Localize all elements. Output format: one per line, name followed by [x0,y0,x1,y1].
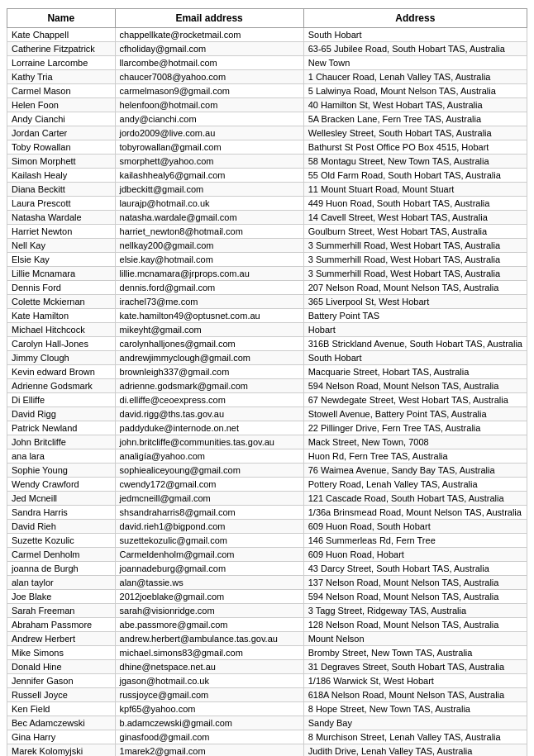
cell-row0-col1: chappellkate@rocketmail.com [115,28,303,42]
cell-row37-col2: 609 Huon Road, Hobart [303,548,527,562]
table-row: Sophie Youngsophiealiceyoung@gmail.com76… [7,464,527,478]
cell-row21-col0: Michael Hitchcock [7,323,116,337]
cell-row6-col0: Andy Cianchi [7,112,116,126]
table-row: Andrew Herbertandrew.herbert@ambulance.t… [7,632,527,646]
cell-row38-col0: joanna de Burgh [7,562,116,576]
cell-row33-col0: Jed Mcneill [7,492,116,506]
cell-row46-col1: jgason@hotmail.co.uk [115,674,303,688]
cell-row42-col1: abe.passmore@gmail.com [115,618,303,632]
cell-row49-col2: Sandy Bay [303,716,527,730]
cell-row44-col2: Bromby Street, New Town TAS, Australia [303,646,527,660]
table-row: Harriet Newtonharriet_newton8@hotmail.co… [7,225,527,239]
cell-row5-col0: Helen Foon [7,98,116,112]
table-row: David Riehdavid.rieh1@bigpond.com609 Huo… [7,520,527,534]
cell-row19-col2: 365 Liverpool St, West Hobart [303,295,527,309]
table-row: Gina Harryginasfood@gmail.com8 Murchison… [7,730,527,744]
cell-row32-col1: cwendy172@gmail.com [115,478,303,492]
cell-row4-col0: Carmel Mason [7,84,116,98]
cell-row20-col0: Kate Hamilton [7,309,116,323]
table-row: Sarah Freemansarah@visionridge.com3 Tagg… [7,604,527,618]
cell-row10-col2: 55 Old Farm Road, South Hobart TAS, Aust… [303,169,527,183]
cell-row19-col0: Colette Mckiernan [7,295,116,309]
cell-row43-col0: Andrew Herbert [7,632,116,646]
cell-row48-col0: Ken Field [7,702,116,716]
main-container: Name Email address Address Kate Chappell… [0,0,534,756]
table-row: Laura Prescottlaurajp@hotmail.co.uk449 H… [7,197,527,211]
cell-row4-col1: carmelmason9@gmail.com [115,84,303,98]
cell-row38-col1: joannadeburg@gmail.com [115,562,303,576]
cell-row27-col1: david.rigg@ths.tas.gov.au [115,407,303,421]
table-row: John Britcliffejohn.britcliffe@communiti… [7,435,527,449]
cell-row17-col0: Lillie Mcnamara [7,267,116,281]
cell-row35-col1: david.rieh1@bigpond.com [115,520,303,534]
cell-row5-col1: helenfoon@hotmail.com [115,98,303,112]
table-row: Joe Blake2012joeblake@gmail.com594 Nelso… [7,590,527,604]
cell-row19-col1: irachel73@me.com [115,295,303,309]
cell-row8-col1: tobyrowallan@gmail.com [115,140,303,155]
cell-row50-col0: Gina Harry [7,730,116,744]
table-row: Colette Mckiernanirachel73@me.com365 Liv… [7,295,527,309]
cell-row8-col2: Bathurst St Post Office PO Box 4515, Hob… [303,140,527,155]
cell-row0-col2: South Hobart [303,28,527,42]
cell-row11-col0: Diana Beckitt [7,183,116,197]
cell-row13-col1: natasha.wardale@gmail.com [115,211,303,225]
cell-row31-col1: sophiealiceyoung@gmail.com [115,464,303,478]
cell-row47-col1: russjoyce@gmail.com [115,688,303,702]
cell-row40-col0: Joe Blake [7,590,116,604]
cell-row38-col2: 43 Darcy Street, South Hobart TAS, Austr… [303,562,527,576]
cell-row17-col1: lillie.mcnamara@jrprops.com.au [115,267,303,281]
cell-row16-col2: 3 Summerhill Road, West Hobart TAS, Aust… [303,253,527,267]
cell-row45-col1: dhine@netspace.net.au [115,660,303,674]
cell-row10-col0: Kailash Healy [7,169,116,183]
cell-row23-col1: andrewjimmyclough@gmail.com [115,351,303,365]
cell-row7-col2: Wellesley Street, South Hobart TAS, Aust… [303,126,527,140]
table-row: joanna de Burghjoannadeburg@gmail.com43 … [7,562,527,576]
cell-row45-col0: Donald Hine [7,660,116,674]
cell-row41-col1: sarah@visionridge.com [115,604,303,618]
table-row: Dennis Forddennis.ford@gmail.com207 Nels… [7,281,527,295]
cell-row37-col1: Carmeldenholm@gmail.com [115,548,303,562]
cell-row18-col0: Dennis Ford [7,281,116,295]
cell-row15-col0: Nell Kay [7,239,116,253]
cell-row39-col1: alan@tassie.ws [115,576,303,590]
cell-row50-col2: 8 Murchison Street, Lenah Valley TAS, Au… [303,730,527,744]
table-row: Elsie Kayelsie.kay@hotmail.com3 Summerhi… [7,253,527,267]
table-row: Bec Adamczewskib.adamczewski@gmail.comSa… [7,716,527,730]
cell-row26-col0: Di Elliffe [7,393,116,407]
cell-row22-col2: 316B Strickland Avenue, South Hobart TAS… [303,337,527,351]
table-row: Wendy Crawfordcwendy172@gmail.comPottery… [7,478,527,492]
cell-row41-col2: 3 Tagg Street, Ridgeway TAS, Australia [303,604,527,618]
cell-row34-col2: 1/36a Brinsmead Road, Mount Nelson TAS, … [303,506,527,520]
table-row: Michael Hitchcockmikeyht@gmail.comHobart [7,323,527,337]
cell-row44-col0: Mike Simons [7,646,116,660]
cell-row1-col2: 63-65 Jubilee Road, South Hobart TAS, Au… [303,42,527,56]
cell-row27-col0: David Rigg [7,407,116,421]
cell-row24-col0: Kevin edward Brown [7,365,116,379]
cell-row3-col1: chaucer7008@yahoo.com [115,70,303,84]
table-row: Toby Rowallantobyrowallan@gmail.comBathu… [7,140,527,155]
table-row: Patrick Newlandpaddyduke@internode.on.ne… [7,421,527,435]
table-row: Marek Kolomyjski1marek2@gmail.comJudith … [7,744,527,757]
table-row: Nell Kaynellkay200@gmail.com3 Summerhill… [7,239,527,253]
cell-row21-col2: Hobart [303,323,527,337]
header-email: Email address [115,9,303,28]
table-row: Russell Joycerussjoyce@gmail.com618A Nel… [7,688,527,702]
cell-row14-col0: Harriet Newton [7,225,116,239]
table-row: alan tayloralan@tassie.ws137 Nelson Road… [7,576,527,590]
table-row: Carmel DenholmCarmeldenholm@gmail.com609… [7,548,527,562]
cell-row16-col0: Elsie Kay [7,253,116,267]
table-row: Diana Beckittjdbeckitt@gmail.com11 Mount… [7,183,527,197]
cell-row51-col0: Marek Kolomyjski [7,744,116,757]
cell-row32-col0: Wendy Crawford [7,478,116,492]
cell-row6-col2: 5A Bracken Lane, Fern Tree TAS, Australi… [303,112,527,126]
cell-row10-col1: kailashhealy6@gmail.com [115,169,303,183]
cell-row11-col1: jdbeckitt@gmail.com [115,183,303,197]
cell-row43-col2: Mount Nelson [303,632,527,646]
cell-row48-col1: kpf65@yahoo.com [115,702,303,716]
cell-row44-col1: michael.simons83@gmail.com [115,646,303,660]
cell-row11-col2: 11 Mount Stuart Road, Mount Stuart [303,183,527,197]
cell-row45-col2: 31 Degraves Street, South Hobart TAS, Au… [303,660,527,674]
cell-row12-col2: 449 Huon Road, South Hobart TAS, Austral… [303,197,527,211]
table-row: Carmel Masoncarmelmason9@gmail.com5 Lalw… [7,84,527,98]
cell-row43-col1: andrew.herbert@ambulance.tas.gov.au [115,632,303,646]
